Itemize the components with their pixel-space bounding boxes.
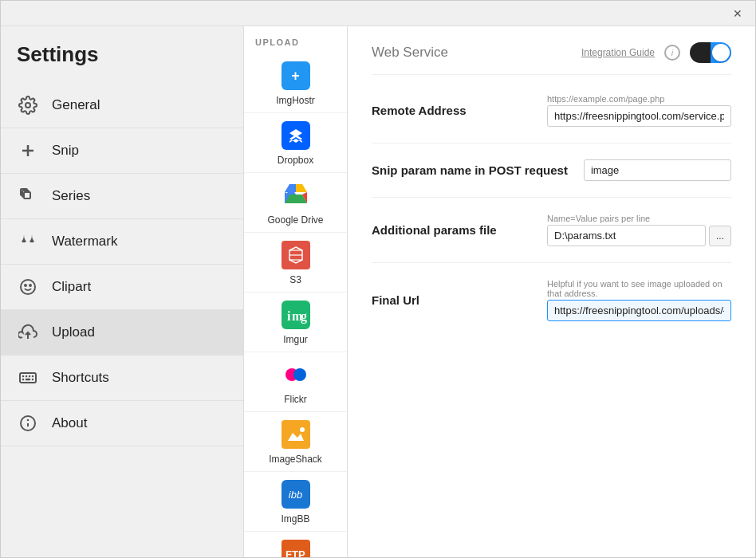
- upload-item-flickr[interactable]: Flickr: [244, 352, 347, 412]
- ftp-icon: FTP: [280, 538, 312, 557]
- imghostr-icon: +: [280, 60, 312, 92]
- upload-item-dropbox[interactable]: Dropbox: [244, 113, 347, 173]
- svg-text:FTP: FTP: [285, 548, 305, 557]
- about-icon: [17, 412, 39, 434]
- gdrive-icon: [280, 179, 312, 211]
- sidebar-item-label-about: About: [52, 415, 87, 431]
- layers-icon: [17, 185, 39, 207]
- sidebar: Settings General: [1, 26, 244, 557]
- svg-point-8: [30, 285, 31, 286]
- upload-panel-title: UPLOAD: [244, 26, 347, 53]
- enable-toggle[interactable]: [690, 42, 731, 63]
- upload-items-list: + ImgHostr Dropbox: [244, 53, 347, 557]
- svg-rect-5: [24, 192, 30, 198]
- cloud-upload-icon: [17, 321, 39, 344]
- final-url-label: Final Url: [372, 293, 531, 307]
- smiley-icon: [17, 276, 39, 298]
- sidebar-item-about[interactable]: About: [1, 401, 243, 446]
- svg-text:i: i: [287, 309, 291, 323]
- svg-point-42: [300, 427, 305, 432]
- additional-params-row: Additional params file Name=Value pairs …: [372, 214, 731, 246]
- final-url-row: Final Url Helpful if you want to see ima…: [372, 279, 731, 321]
- toggle-knob: [712, 44, 730, 61]
- additional-params-input[interactable]: [547, 225, 706, 246]
- remote-address-input-wrap: https://example.com/page.php: [547, 94, 731, 127]
- svg-point-7: [25, 285, 26, 286]
- upload-services-panel: UPLOAD + ImgHostr: [244, 26, 348, 557]
- close-button[interactable]: ✕: [726, 2, 749, 25]
- gdrive-label: Google Drive: [267, 214, 323, 226]
- additional-params-input-wrap: Name=Value pairs per line ...: [547, 214, 731, 246]
- integration-guide-link[interactable]: Integration Guide: [581, 47, 655, 58]
- browse-button[interactable]: ...: [709, 226, 731, 246]
- final-url-input-wrap: Helpful if you want to see image uploade…: [547, 279, 731, 321]
- sidebar-item-upload[interactable]: Upload: [1, 310, 243, 356]
- imgbb-label: ImgBB: [281, 513, 309, 525]
- sidebar-item-label-upload: Upload: [52, 324, 95, 340]
- sidebar-item-snip[interactable]: Snip: [1, 128, 243, 174]
- sidebar-item-series[interactable]: Series: [1, 174, 243, 219]
- upload-item-imghostr[interactable]: + ImgHostr: [244, 53, 347, 113]
- svg-rect-9: [20, 373, 36, 383]
- imageshack-label: ImageShack: [269, 454, 322, 465]
- remote-address-input[interactable]: [547, 105, 731, 127]
- sidebar-item-label-general: General: [52, 97, 100, 113]
- upload-item-gdrive[interactable]: Google Drive: [244, 173, 347, 233]
- sidebar-item-label-series: Series: [52, 188, 90, 204]
- snip-param-row: Snip param name in POST request: [372, 159, 731, 181]
- web-service-title: Web Service: [372, 45, 448, 61]
- svg-rect-41: [282, 420, 310, 449]
- imgur-icon: i m g: [280, 299, 312, 331]
- imghostr-label: ImgHostr: [276, 95, 315, 106]
- main-content: Settings General: [1, 26, 755, 557]
- dropbox-label: Dropbox: [278, 155, 313, 166]
- s3-icon: [280, 239, 312, 271]
- separator-2: [372, 197, 731, 198]
- sidebar-title: Settings: [1, 34, 243, 83]
- settings-window: ✕ Settings General: [0, 0, 756, 558]
- sidebar-item-shortcuts[interactable]: Shortcuts: [1, 356, 243, 401]
- final-url-hint: Helpful if you want to see image uploade…: [547, 279, 731, 298]
- svg-point-0: [26, 103, 30, 108]
- gear-icon: [17, 94, 39, 116]
- upload-item-imageshack[interactable]: ImageShack: [244, 412, 347, 472]
- additional-params-label: Additional params file: [372, 223, 531, 237]
- dropbox-icon: [280, 120, 312, 151]
- svg-point-6: [21, 280, 35, 294]
- s3-label: S3: [289, 274, 301, 285]
- sidebar-item-label-snip: Snip: [52, 143, 79, 159]
- svg-point-40: [293, 368, 306, 381]
- sidebar-item-label-watermark: Watermark: [52, 234, 118, 250]
- upload-item-ftp[interactable]: FTP FTP: [244, 532, 347, 557]
- separator-1: [372, 143, 731, 143]
- sidebar-item-label-clipart: Clipart: [52, 279, 91, 295]
- upload-item-s3[interactable]: S3: [244, 233, 347, 293]
- upload-item-imgbb[interactable]: ibb ImgBB: [244, 472, 347, 532]
- keyboard-icon: [17, 367, 39, 389]
- header-right: Integration Guide i: [581, 42, 731, 63]
- remote-address-label: Remote Address: [372, 104, 531, 117]
- additional-params-hint: Name=Value pairs per line: [547, 214, 731, 223]
- final-url-input[interactable]: [547, 300, 731, 321]
- plus-icon: [17, 140, 39, 162]
- web-service-header: Web Service Integration Guide i: [372, 42, 731, 75]
- title-bar: ✕: [1, 1, 755, 26]
- sidebar-item-clipart[interactable]: Clipart: [1, 265, 243, 310]
- additional-params-input-row: ...: [547, 225, 731, 246]
- snip-param-input-wrap: [584, 159, 731, 181]
- imgur-label: Imgur: [283, 334, 308, 345]
- flickr-label: Flickr: [284, 394, 307, 405]
- sidebar-item-watermark[interactable]: Watermark: [1, 219, 243, 265]
- snip-param-input[interactable]: [584, 159, 731, 181]
- svg-marker-25: [285, 184, 296, 192]
- remote-address-row: Remote Address https://example.com/page.…: [372, 94, 731, 127]
- snip-param-label: Snip param name in POST request: [372, 163, 568, 177]
- imgbb-icon: ibb: [280, 478, 312, 510]
- svg-text:g: g: [301, 309, 307, 324]
- separator-3: [372, 262, 731, 263]
- info-icon[interactable]: i: [664, 45, 680, 61]
- upload-item-imgur[interactable]: i m g Imgur: [244, 293, 347, 352]
- imageshack-icon: [280, 418, 312, 450]
- remote-address-hint: https://example.com/page.php: [547, 94, 731, 104]
- sidebar-item-general[interactable]: General: [1, 83, 243, 128]
